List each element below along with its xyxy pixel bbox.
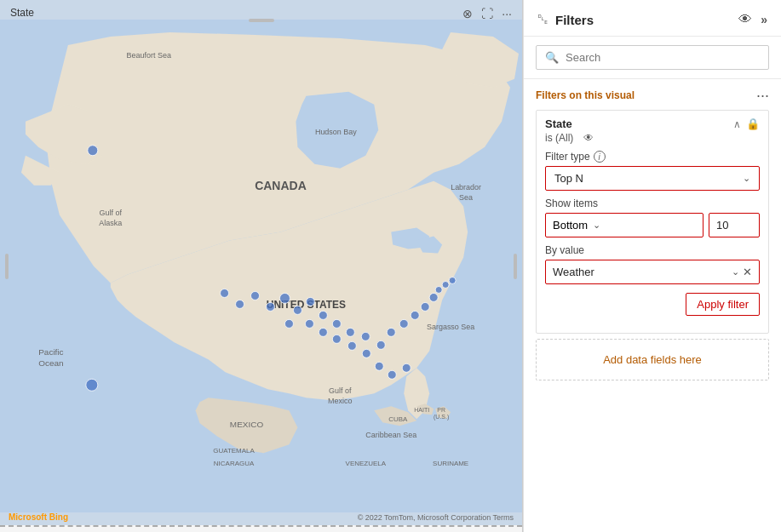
more-icon[interactable]: ··· — [500, 5, 514, 22]
map-dot[interactable] — [449, 277, 456, 283]
resize-handle-right[interactable] — [514, 254, 517, 279]
filters-section: Filters on this visual ··· State ∧ 🔒 is … — [524, 79, 781, 339]
svg-text:Gulf of: Gulf of — [100, 209, 123, 217]
info-icon[interactable]: i — [594, 151, 606, 163]
apply-filter-row: Apply filter — [545, 293, 760, 316]
svg-text:CANADA: CANADA — [255, 179, 307, 192]
search-input[interactable] — [566, 51, 760, 64]
map-dot[interactable] — [399, 319, 408, 328]
by-value-icons: ⌄ ✕ — [732, 266, 752, 278]
eye-small-icon[interactable]: 👁 — [583, 132, 594, 144]
svg-text:MEXICO: MEXICO — [230, 420, 264, 429]
by-value-dropdown[interactable]: Weather ⌄ ✕ — [545, 260, 760, 284]
filters-panel: ␐ Filters 👁 » 🔍 Filters on this visual ·… — [523, 0, 781, 532]
map-dot[interactable] — [421, 302, 429, 311]
map-dot[interactable] — [435, 286, 442, 293]
svg-text:SURINAME: SURINAME — [433, 460, 468, 467]
filter-card-icons: ∧ 🔒 — [733, 117, 760, 130]
filter-type-chevron-icon: ⌄ — [743, 173, 750, 184]
show-items-count-input[interactable] — [709, 213, 760, 237]
map-dot[interactable] — [388, 370, 396, 379]
show-items-chevron-icon: ⌄ — [593, 220, 600, 231]
filter-card-subtitle: is (All) 👁 — [545, 132, 760, 144]
add-data-fields[interactable]: Add data fields here — [536, 339, 769, 380]
by-value-label: By value — [545, 244, 760, 256]
svg-text:Sea: Sea — [459, 193, 473, 202]
by-value-field-text: Weather — [553, 266, 732, 278]
map-dot[interactable] — [293, 306, 301, 314]
map-dot[interactable] — [332, 335, 341, 343]
map-dot[interactable] — [221, 289, 229, 297]
search-container: 🔍 — [524, 37, 781, 79]
svg-text:Pacific: Pacific — [38, 347, 63, 357]
apply-filter-button[interactable]: Apply filter — [686, 293, 760, 316]
filter-icon[interactable]: ⊗ — [461, 5, 474, 22]
svg-text:Ocean: Ocean — [38, 358, 63, 368]
svg-text:Hudson Bay: Hudson Bay — [315, 128, 357, 136]
filters-section-more-icon[interactable]: ··· — [756, 88, 769, 103]
map-dot[interactable] — [305, 319, 313, 328]
map-dot[interactable] — [442, 281, 449, 288]
map-dot[interactable] — [362, 349, 370, 358]
filter-type-label-text: Filter type — [545, 151, 590, 163]
map-panel: State ⊗ ⛶ ··· C — [0, 0, 523, 532]
map-dot[interactable] — [319, 328, 327, 336]
map-dot[interactable] — [376, 340, 385, 349]
filter-card-header: State ∧ 🔒 — [545, 117, 760, 130]
filter-funnel-icon: ␐ — [537, 12, 548, 27]
show-items-direction-dropdown[interactable]: Bottom ⌄ — [545, 213, 703, 237]
resize-handle-left[interactable] — [5, 254, 9, 279]
lock-icon[interactable]: 🔒 — [746, 117, 760, 130]
map-dot[interactable] — [402, 363, 411, 372]
eye-icon[interactable]: 👁 — [738, 12, 752, 27]
show-items-direction-text: Bottom — [553, 219, 588, 232]
filters-header: ␐ Filters 👁 » — [524, 0, 781, 37]
expand-icon[interactable]: » — [761, 13, 767, 26]
map-dot[interactable] — [266, 302, 274, 311]
map-dot[interactable] — [88, 146, 98, 156]
map-dot[interactable] — [236, 300, 244, 308]
svg-text:CUBA: CUBA — [388, 415, 408, 423]
svg-text:Gulf of: Gulf of — [329, 386, 352, 395]
svg-text:Mexico: Mexico — [328, 397, 352, 405]
svg-text:PR: PR — [437, 407, 445, 413]
map-dot[interactable] — [411, 311, 419, 319]
map-attribution: © 2022 TomTom, Microsoft Corporation Ter… — [358, 513, 514, 522]
map-dot[interactable] — [387, 328, 395, 336]
by-value-clear-icon[interactable]: ✕ — [743, 266, 752, 278]
svg-text:NICARAGUA: NICARAGUA — [214, 460, 255, 467]
svg-text:Beaufort Sea: Beaufort Sea — [127, 51, 171, 60]
filters-section-header: Filters on this visual ··· — [536, 88, 769, 103]
map-dot[interactable] — [375, 362, 383, 370]
state-filter-card: State ∧ 🔒 is (All) 👁 Filter type i Top N… — [536, 110, 769, 334]
map-dot[interactable] — [347, 341, 356, 350]
svg-text:Alaska: Alaska — [99, 219, 122, 227]
by-value-chevron-icon[interactable]: ⌄ — [732, 266, 739, 277]
focus-icon[interactable]: ⛶ — [480, 5, 495, 22]
filters-section-title: Filters on this visual — [536, 89, 635, 101]
map-dot[interactable] — [346, 328, 354, 336]
svg-text:GUATEMALA: GUATEMALA — [213, 447, 255, 455]
search-box[interactable]: 🔍 — [536, 45, 769, 70]
map-toolbar: ⊗ ⛶ ··· — [461, 5, 514, 22]
map-dot[interactable] — [251, 291, 260, 300]
search-icon: 🔍 — [545, 51, 559, 64]
resize-handle-top[interactable] — [249, 19, 274, 22]
map-dot[interactable] — [332, 319, 341, 328]
map-title: State — [10, 7, 34, 19]
filters-header-icons: 👁 » — [738, 12, 767, 27]
filter-type-value: Top N — [554, 172, 583, 185]
map-dot[interactable] — [306, 297, 314, 306]
map-dot[interactable] — [284, 319, 293, 328]
map-dot[interactable] — [361, 332, 370, 340]
filter-is-all-text: is (All) — [545, 132, 573, 144]
svg-text:(U.S.): (U.S.) — [434, 414, 449, 420]
map-dot[interactable] — [429, 293, 438, 301]
by-value-label-text: By value — [545, 244, 584, 256]
collapse-icon[interactable]: ∧ — [733, 118, 741, 130]
map-dot[interactable] — [319, 311, 327, 319]
filter-type-dropdown[interactable]: Top N ⌄ — [545, 166, 760, 191]
map-dot[interactable] — [86, 379, 98, 391]
map-dot[interactable] — [279, 293, 290, 303]
show-items-row: Bottom ⌄ — [545, 213, 760, 237]
